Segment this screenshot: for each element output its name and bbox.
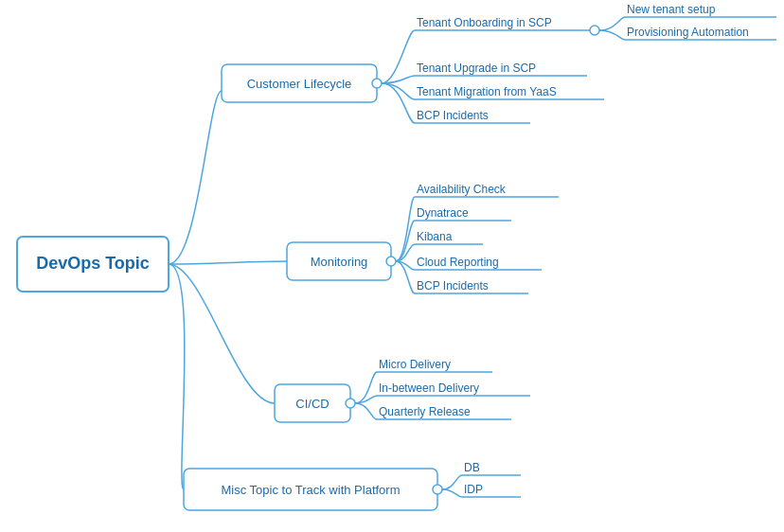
- cloud-reporting-label: Cloud Reporting: [417, 256, 499, 269]
- db-label: DB: [464, 461, 480, 474]
- svg-point-2: [372, 79, 382, 88]
- idp-label: IDP: [464, 483, 483, 496]
- svg-point-23: [433, 485, 442, 494]
- svg-point-4: [590, 26, 599, 35]
- misc-topic-label: Misc Topic to Track with Platform: [221, 483, 400, 497]
- cicd-label: CI/CD: [295, 397, 329, 411]
- monitoring-label: Monitoring: [311, 255, 368, 269]
- tenant-upgrade-label: Tenant Upgrade in SCP: [417, 62, 536, 75]
- inbetween-delivery-label: In-between Delivery: [379, 381, 479, 395]
- micro-delivery-label: Micro Delivery: [379, 358, 451, 371]
- kibana-label: Kibana: [417, 230, 453, 243]
- avail-check-label: Availability Check: [417, 183, 507, 196]
- svg-point-11: [386, 257, 396, 266]
- bcp-incidents-m-label: BCP Incidents: [417, 279, 489, 293]
- bcp-incidents-cl-label: BCP Incidents: [417, 109, 489, 122]
- tenant-onboarding-label: Tenant Onboarding in SCP: [417, 16, 552, 29]
- tenant-migration-label: Tenant Migration from YaaS: [417, 85, 557, 98]
- customer-lifecycle-label: Customer Lifecycle: [247, 77, 352, 91]
- svg-point-18: [346, 399, 355, 408]
- quarterly-release-label: Quarterly Release: [379, 405, 471, 418]
- dynatrace-label: Dynatrace: [417, 206, 469, 220]
- new-tenant-label: New tenant setup: [627, 3, 716, 16]
- root-label: DevOps Topic: [36, 254, 150, 273]
- prov-auto-label: Provisioning Automation: [627, 26, 749, 39]
